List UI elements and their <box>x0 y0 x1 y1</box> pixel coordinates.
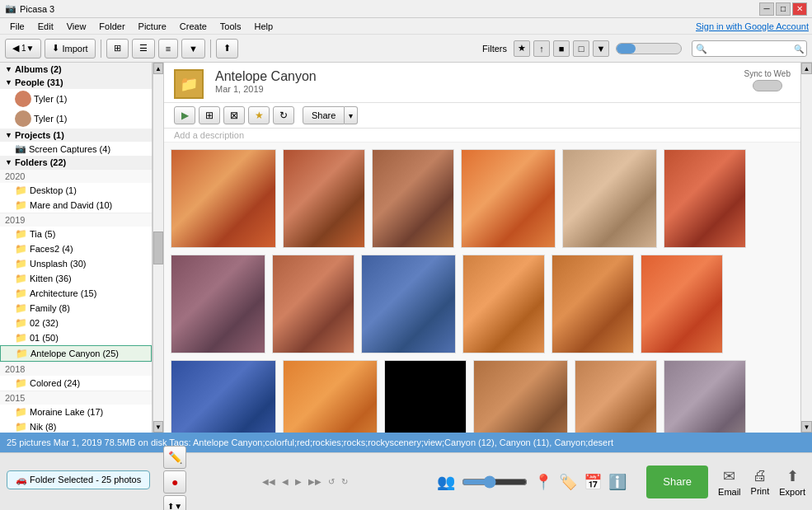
upload-button[interactable]: ⬆ <box>216 39 238 58</box>
photo-thumb[interactable] <box>641 255 723 353</box>
sidebar-albums-header[interactable]: ▼ Albums (2) <box>0 63 152 76</box>
photo-thumb[interactable] <box>575 360 657 433</box>
sidebar-item-desktop[interactable]: 📁 Desktop (1) <box>0 183 152 198</box>
photo-thumb[interactable] <box>171 255 265 353</box>
content-scroll-down[interactable]: ▼ <box>801 421 812 433</box>
menu-create[interactable]: Create <box>173 20 214 33</box>
sidebar-item-01[interactable]: 📁 01 (50) <box>0 330 152 345</box>
sidebar-item-faces2[interactable]: 📁 Faces2 (4) <box>0 241 152 256</box>
photo-thumb[interactable] <box>372 149 454 248</box>
menu-help[interactable]: Help <box>248 20 280 33</box>
edit-tool-3[interactable]: ⬆▼ <box>163 495 186 511</box>
photo-thumb[interactable] <box>361 255 456 353</box>
sync-toggle[interactable] <box>753 80 782 91</box>
sync-to-web[interactable]: Sync to Web <box>744 69 791 91</box>
photo-thumb[interactable] <box>283 360 378 433</box>
signin-link[interactable]: Sign in with Google Account <box>696 21 809 31</box>
screen-captures-icon: 📷 <box>15 143 26 154</box>
filter-square-icon[interactable]: ■ <box>553 40 570 57</box>
filter-star-icon[interactable]: ★ <box>514 40 530 57</box>
filter-down-icon[interactable]: ▼ <box>593 40 609 57</box>
calendar-icon[interactable]: 📅 <box>584 473 602 491</box>
sidebar-item-02[interactable]: 📁 02 (32) <box>0 316 152 330</box>
photo-row-2 <box>171 255 794 353</box>
import-button[interactable]: ⬇ Import <box>45 39 95 58</box>
photo-thumb[interactable] <box>171 149 276 248</box>
sidebar-people-header[interactable]: ▼ People (31) <box>0 76 152 89</box>
edit-tool-2[interactable]: ● <box>163 470 186 494</box>
star-button[interactable]: ★ <box>248 106 270 124</box>
photo-thumb[interactable] <box>462 255 545 353</box>
menu-folder[interactable]: Folder <box>92 20 131 33</box>
sidebar-item-nik[interactable]: 📁 Nik (8) <box>0 419 152 433</box>
sidebar-projects-header[interactable]: ▼ Projects (1) <box>0 129 152 142</box>
sidebar-item-screen-captures[interactable]: 📷 Screen Captures (4) <box>0 142 152 156</box>
sidebar-item-tyler1[interactable]: Tyler (1) <box>0 89 152 109</box>
sidebar-item-architecture[interactable]: 📁 Architecture (15) <box>0 286 152 301</box>
sidebar-item-kitten[interactable]: 📁 Kitten (36) <box>0 271 152 286</box>
content-scroll-up[interactable]: ▲ <box>801 63 812 74</box>
share-dropdown-button[interactable]: ▾ <box>345 106 358 124</box>
folder-selected-icon: 📁 <box>16 348 28 359</box>
grid-view2-button[interactable]: ⊠ <box>223 106 245 124</box>
menu-edit[interactable]: Edit <box>31 20 60 33</box>
scroll-down-icon[interactable]: ▼ <box>153 421 163 433</box>
photo-thumb[interactable] <box>562 149 657 248</box>
info-icon[interactable]: ℹ️ <box>608 473 627 491</box>
sidebar-item-mare-david[interactable]: 📁 Mare and David (10) <box>0 198 152 213</box>
sidebar-item-unsplash[interactable]: 📁 Unsplash (30) <box>0 256 152 271</box>
sidebar-item-family[interactable]: 📁 Family (8) <box>0 301 152 316</box>
content-scrollbar[interactable]: ▲ ▼ <box>800 63 812 433</box>
photo-thumb[interactable] <box>384 360 467 433</box>
view-btn1[interactable]: ⊞ <box>106 39 129 58</box>
sidebar-item-moraine-lake[interactable]: 📁 Moraine Lake (17) <box>0 405 152 419</box>
sidebar-scrollbar[interactable]: ▲ ▼ <box>153 63 164 433</box>
photo-thumb[interactable] <box>552 255 634 353</box>
photo-thumb[interactable] <box>461 149 556 248</box>
scroll-up-icon[interactable]: ▲ <box>153 63 163 74</box>
menu-picture[interactable]: Picture <box>132 20 173 33</box>
sidebar-item-colored[interactable]: 📁 Colored (24) <box>0 376 152 391</box>
search-input[interactable] <box>692 40 807 57</box>
album-description[interactable]: Add a description <box>164 129 800 143</box>
tag-icon[interactable]: 🏷️ <box>559 473 577 491</box>
menu-view[interactable]: View <box>60 20 93 33</box>
sidebar-item-antelope-canyon[interactable]: 📁 Antelope Canyon (25) <box>0 345 152 362</box>
menu-tools[interactable]: Tools <box>214 20 248 33</box>
view-btn2[interactable]: ☰ <box>132 39 155 58</box>
zoom-slider[interactable] <box>462 475 528 489</box>
share-big-button[interactable]: Share <box>646 466 708 498</box>
filter-up-icon[interactable]: ↑ <box>533 40 550 57</box>
sidebar-folders-header[interactable]: ▼ Folders (22) <box>0 156 152 169</box>
rotate-button[interactable]: ↻ <box>273 106 294 124</box>
email-action[interactable]: ✉ Email <box>718 467 741 497</box>
play-slideshow-button[interactable]: ▶ <box>174 106 195 124</box>
scroll-thumb[interactable] <box>153 232 163 264</box>
maximize-button[interactable]: □ <box>776 2 791 16</box>
location-icon[interactable]: 📍 <box>534 473 552 491</box>
share-button[interactable]: Share <box>303 106 345 124</box>
photo-thumb[interactable] <box>664 149 746 248</box>
antelope-canyon-label: Antelope Canyon (25) <box>31 349 119 358</box>
photo-thumb[interactable] <box>283 149 365 248</box>
sidebar-item-tyler2[interactable]: Tyler (1) <box>0 109 152 129</box>
sidebar-item-tia[interactable]: 📁 Tia (5) <box>0 227 152 241</box>
02-label: 02 (32) <box>30 318 59 328</box>
view-btn3[interactable]: ≡ <box>158 39 178 58</box>
print-action[interactable]: 🖨 Print <box>751 467 770 496</box>
filter-sq2-icon[interactable]: □ <box>573 40 589 57</box>
photo-thumb[interactable] <box>664 360 746 433</box>
export-action[interactable]: ⬆ Export <box>779 467 805 497</box>
photo-thumb[interactable] <box>171 360 276 433</box>
description-placeholder: Add a description <box>174 130 244 140</box>
close-button[interactable]: ✕ <box>792 2 807 16</box>
photo-thumb[interactable] <box>272 255 354 353</box>
grid-view-button[interactable]: ⊞ <box>199 106 220 124</box>
menu-file[interactable]: File <box>3 20 31 33</box>
view-btn4[interactable]: ▼ <box>181 39 205 58</box>
minimize-button[interactable]: ─ <box>759 2 774 16</box>
people-icon[interactable]: 👥 <box>437 473 455 491</box>
edit-tool-1[interactable]: ✏️ <box>163 446 186 469</box>
photo-thumb[interactable] <box>473 360 568 433</box>
back-button[interactable]: ◀ 1▼ <box>5 39 41 58</box>
